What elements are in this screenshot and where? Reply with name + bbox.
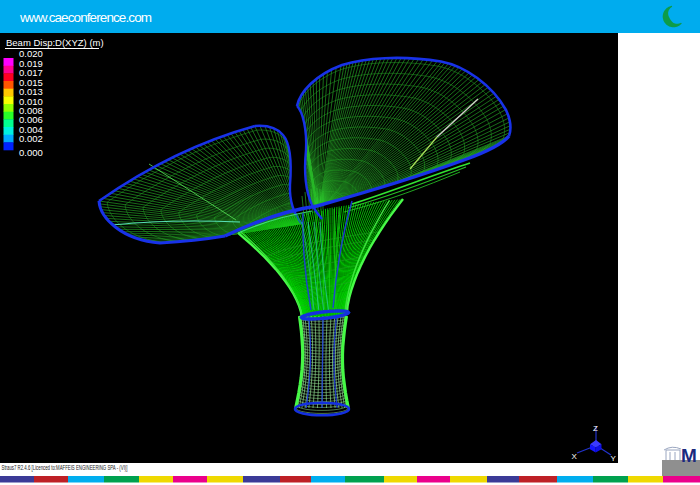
svg-text:0.000: 0.000 <box>19 147 43 158</box>
svg-text:M: M <box>681 445 697 466</box>
svg-text:Beam Disp:D(XYZ) (m): Beam Disp:D(XYZ) (m) <box>6 37 104 48</box>
svg-text:Y: Y <box>611 454 617 463</box>
svg-text:Z: Z <box>593 424 598 433</box>
svg-text:X: X <box>572 452 578 461</box>
svg-text:0.002: 0.002 <box>19 133 43 144</box>
svg-text:www.caeconference.com: www.caeconference.com <box>19 10 152 25</box>
svg-text:Straus7 R2.4.6 [Licenced to:MA: Straus7 R2.4.6 [Licenced to:MAFFEIS ENGI… <box>2 464 128 472</box>
